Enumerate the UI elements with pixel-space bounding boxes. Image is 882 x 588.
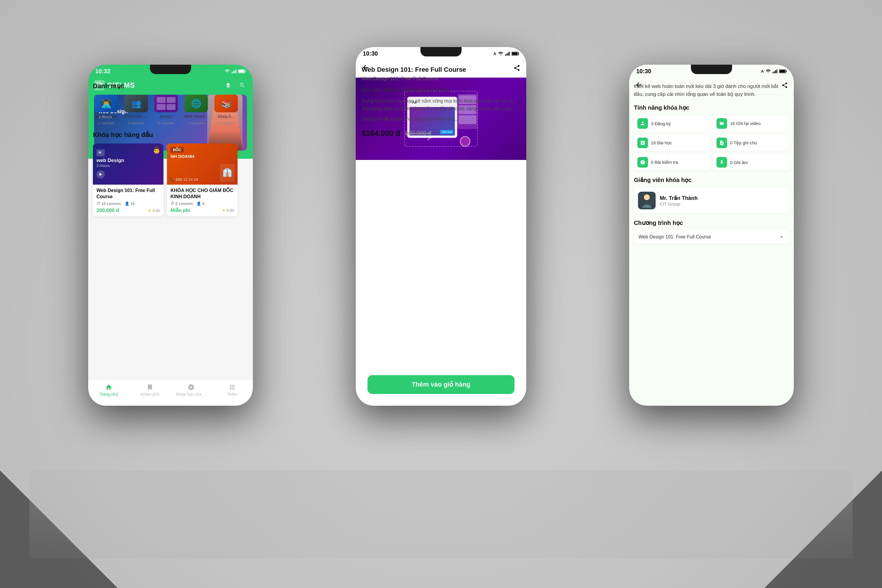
svg-rect-17 <box>772 72 774 73</box>
category-grid: 👨‍💻 Web Design 1 courses 👥 Phát triển ..… <box>93 94 248 125</box>
category-item-2[interactable]: 👥 Phát triển ... 0 courses <box>123 94 149 125</box>
person-icon-1 <box>640 121 645 126</box>
category-item-3[interactable]: Design 2 courses <box>153 94 179 125</box>
course-name-2: KHÓA HỌC CHO GIÁM ĐỐC KINH DOANH <box>171 188 234 200</box>
nav-home-label: Trang chủ <box>99 392 118 397</box>
view-all-categories[interactable]: Xem tất cả <box>222 83 248 89</box>
notes-icon-4 <box>719 140 724 146</box>
category-item-1[interactable]: 👨‍💻 Web Design 1 courses <box>93 94 119 125</box>
feature-icon-5 <box>638 157 648 168</box>
left-scroll-content: Danh mục Xem tất cả 👨‍💻 Web Design 1 cou… <box>88 78 253 379</box>
categories-title: Danh mục <box>93 82 124 90</box>
courses-section: Khóa học hàng đầu w <box>93 131 248 217</box>
course-card-2[interactable]: ĐỐC NH DOANH 📞 888 12 14 16 👔 KHÓA HỌC C… <box>167 144 237 217</box>
design-block-4 <box>167 104 176 110</box>
svg-rect-23 <box>780 70 785 72</box>
feature-icon-1 <box>638 118 648 129</box>
cat-count-4: 1 courses <box>188 121 204 125</box>
instructor-section: Giảng viên khóa học Mr. Trần Thành <box>634 176 789 213</box>
cat-person-icon-5: 📚 <box>214 94 238 112</box>
course-card-1[interactable]: w web Design 3 Hours <box>93 144 164 217</box>
course-info-1: Web Design 101: Free Full Course ⏱ 16 Le… <box>93 184 164 217</box>
nav-explore-label: Khám phá <box>141 392 159 397</box>
nav-more[interactable]: Thêm <box>212 382 253 397</box>
courses-title: Khóa học hàng đầu <box>93 131 153 139</box>
instructor-org: CIT Group <box>660 201 698 206</box>
center-body-wrapper: Web Design 101: Free Full Course Web Des… <box>356 60 526 379</box>
add-to-cart-button[interactable]: Thêm vào giỏ hàng <box>368 375 514 394</box>
feature-4: 0 Tệp ghi chú <box>713 135 789 151</box>
instructor-name: Mr. Trần Thành <box>660 195 698 201</box>
signal-icon-left <box>232 69 236 73</box>
features-grid: 3 Đăng ký 16 Ghi lại video <box>634 115 789 171</box>
category-item-5[interactable]: 📚 Khóa h... 0 courses <box>213 94 239 125</box>
nav-explore[interactable]: Khám phá <box>129 382 171 397</box>
svg-rect-19 <box>775 70 776 73</box>
courses-header: Khóa học hàng đầu <box>93 131 248 139</box>
course-desc-3: Chúng tôi đã quyết định cung cấp khóa họ… <box>362 115 520 123</box>
price-row-2: Miễn phí ★ 0.00 <box>171 208 234 213</box>
cat-name-5: Khóa h... <box>218 114 234 119</box>
lessons-2: ⏱ 6 Lessons <box>171 201 193 206</box>
categories-header: Danh mục Xem tất cả <box>93 82 248 90</box>
course-info-2: KHÓA HỌC CHO GIÁM ĐỐC KINH DOANH ⏱ 6 Les… <box>167 184 237 216</box>
curriculum-item-1[interactable]: Web Design 101: Free Full Course <box>634 230 789 244</box>
people-icon-2: 👤 <box>196 201 201 206</box>
bottom-nav-left: Trang chủ Khám phá Khóa học của ... Thêm <box>88 379 253 406</box>
notch-left <box>150 64 191 74</box>
bookmark-icon <box>146 384 153 391</box>
phone-right: 10:30 A <box>629 64 794 406</box>
feature-text-2: 16 Ghi lại video <box>730 121 760 126</box>
chevron-down-icon <box>778 234 784 240</box>
design-block-1 <box>157 97 165 103</box>
svg-rect-0 <box>232 72 232 73</box>
svg-rect-11 <box>507 54 507 56</box>
mic-icon-6 <box>719 160 724 165</box>
cat-name-3: Design <box>160 114 172 119</box>
screen-right: 10:30 A <box>629 64 794 406</box>
feature-icon-3 <box>638 138 648 148</box>
svg-rect-10 <box>505 54 506 56</box>
feature-text-6: 0 Ghi âm <box>730 160 748 165</box>
nav-home[interactable]: Trang chủ <box>88 382 129 397</box>
feature-3: 16 Bài học <box>634 135 710 151</box>
course-1-content: w web Design 3 Hours <box>93 144 164 184</box>
w-badge: w <box>96 149 105 156</box>
design-block-3 <box>157 104 165 110</box>
lesson-icon-3 <box>640 140 645 146</box>
cat-name-4: Web Devel... <box>184 114 208 119</box>
cat-name-1: Web Design <box>95 114 117 119</box>
curriculum-section: Chương trình học Web Design 101: Free Fu… <box>634 219 789 244</box>
feature-text-4: 0 Tệp ghi chú <box>730 140 757 146</box>
students-1: 👤 16 <box>124 201 135 206</box>
course-1-text: w web Design 3 Hours <box>96 149 124 178</box>
svg-rect-1 <box>233 71 234 73</box>
feature-icon-6 <box>717 157 727 168</box>
play-btn-1[interactable] <box>96 170 105 178</box>
feature-6: 0 Ghi âm <box>713 154 789 171</box>
screen-center: 10:30 A <box>356 47 526 406</box>
course-title-main: Web Design 101: Free Full Course <box>362 66 520 74</box>
cat-thumb-5: 📚 <box>214 94 238 112</box>
rating-1: ★ 0.00 <box>148 208 160 213</box>
right-scroll: thiết kế web hoàn toàn mới kéo dài 3 giờ… <box>629 78 794 406</box>
course-desc-1: Học cách thiết kế một trang web từ đầu. <box>362 86 520 94</box>
status-time-right: 10:30 <box>636 68 651 75</box>
svg-rect-6 <box>239 70 244 72</box>
course-thumb-1: w web Design 3 Hours <box>93 144 164 184</box>
left-content: Danh mục Xem tất cả 👨‍💻 Web Design 1 cou… <box>88 78 253 221</box>
course-2-content: ĐỐC NH DOANH 📞 888 12 14 16 👔 <box>167 144 237 184</box>
students-2: 👤 6 <box>196 201 204 206</box>
home-icon <box>105 384 112 391</box>
cat-thumb-2: 👥 <box>124 94 148 112</box>
battery-icon-center <box>512 52 519 56</box>
wifi-icon-left <box>225 69 230 73</box>
category-item-4[interactable]: 🌐 Web Devel... 1 courses <box>183 94 209 125</box>
nav-more-label: Thêm <box>227 392 237 397</box>
notch-center <box>420 47 462 57</box>
cat-count-3: 2 courses <box>158 121 174 125</box>
instructor-avatar <box>638 192 656 209</box>
nav-mycourses[interactable]: Khóa học của ... <box>171 382 212 397</box>
svg-rect-12 <box>508 52 508 56</box>
price-row-1: 200.000 đ ★ 0.00 <box>96 208 160 213</box>
